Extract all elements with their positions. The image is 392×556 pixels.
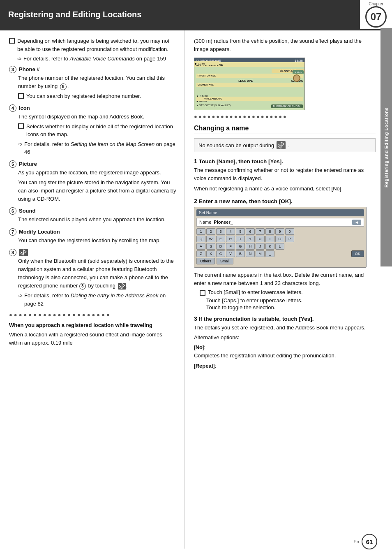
key-q[interactable]: Q [196, 236, 205, 242]
section-7-icon: 7 [9, 228, 16, 236]
key-l[interactable]: L [275, 243, 284, 250]
section-phone: 3 Phone # The phone number of the regist… [9, 66, 176, 100]
step-1-heading: Touch [Name], then touch [Yes]. [199, 158, 283, 164]
key-6[interactable]: 6 [246, 228, 255, 235]
key-s[interactable]: S [206, 243, 215, 250]
intro-checkbox-text: Depending on which language is being swi… [17, 37, 176, 53]
key-small[interactable]: Small [217, 258, 233, 264]
section-8-icon: 8 [9, 249, 16, 256]
key-u[interactable]: U [256, 236, 265, 242]
key-5[interactable]: 5 [236, 228, 245, 235]
key-c[interactable]: C [216, 250, 225, 257]
key-m[interactable]: M [256, 250, 265, 257]
no-sounds-box: No sounds can be output during . [194, 138, 376, 152]
bluetooth-icon-box [277, 141, 286, 149]
section-8-body1: Only when the Bluetooth unit (sold separ… [18, 257, 176, 290]
key-h[interactable]: H [246, 243, 255, 250]
key-2[interactable]: 2 [206, 228, 215, 235]
step-3: 3 If the pronunciation is suitable, touc… [194, 315, 376, 370]
section-3-icon: 3 [9, 66, 16, 73]
svg-line-3 [23, 252, 26, 254]
page-footer: En 61 [354, 534, 377, 549]
key-r[interactable]: R [226, 236, 235, 242]
key-x[interactable]: X [206, 250, 215, 257]
key-v[interactable]: V [226, 250, 235, 257]
section-icon: 4 Icon The symbol displayed on the map a… [9, 104, 176, 156]
key-k[interactable]: K [265, 243, 274, 250]
section-6-body: The selected sound is played when you ap… [18, 215, 176, 224]
section-6-title: Sound [19, 208, 35, 214]
key-o[interactable]: O [275, 236, 284, 242]
approach-continued: (300 m) radius from the vehicle position… [194, 37, 376, 53]
key-underscore[interactable]: _ [265, 250, 274, 257]
note-arrow-8: ➩ [18, 292, 23, 300]
section-4-icon: 4 [9, 104, 16, 112]
step-3-no-body: Completes the registration without editi… [194, 352, 376, 360]
svg-line-2 [23, 250, 26, 252]
key-g[interactable]: G [236, 243, 245, 250]
key-p[interactable]: P [285, 236, 294, 242]
checkbox-icon-small [200, 290, 205, 296]
intro-note-text: For details, refer to Available Voice Co… [23, 56, 166, 62]
key-others[interactable]: Others [196, 258, 215, 264]
step-1-number: 1 [194, 158, 197, 164]
key-a[interactable]: A [196, 243, 205, 250]
note-arrow-icon: ➩ [17, 56, 22, 62]
section-7-body: You can change the registered location b… [18, 236, 176, 245]
key-4[interactable]: 4 [226, 228, 235, 235]
section-picture: 5 Picture As you approach the location, … [9, 160, 176, 204]
section-3-body: The phone number of the registered locat… [18, 74, 176, 100]
key-j[interactable]: J [256, 243, 265, 250]
dot-separator-left: ●●●●●●●●●●●●●●●●●●●●● [9, 312, 176, 318]
key-3[interactable]: 3 [216, 228, 225, 235]
key-e[interactable]: E [216, 236, 225, 242]
section-4-note: For details, refer to Setting the Item o… [24, 140, 176, 156]
key-ok[interactable]: OK [351, 250, 364, 257]
section-5-body: As you approach the location, the regist… [18, 169, 176, 204]
note-arrow-4: ➩ [18, 140, 23, 148]
page-title: Registering and Editing Locations [0, 0, 359, 29]
approach-heading: When you approach a registered location … [9, 322, 176, 328]
keyboard-image: Set Name NamePioneer_ ◄ 1 2 3 4 5 6 7 8 … [194, 207, 367, 268]
keyboard-backspace-btn[interactable]: ◄ [352, 220, 361, 225]
key-7[interactable]: 7 [256, 228, 265, 235]
step-3-repeat: [Repeat]: [194, 362, 376, 370]
no-sounds-text: No sounds can be output during [198, 142, 274, 148]
section-sound: 6 Sound The selected sound is played whe… [9, 207, 176, 224]
section-bluetooth: 8 ‧ Only when the Bluetooth unit (sold s… [9, 249, 176, 308]
key-9[interactable]: 9 [275, 228, 284, 235]
key-b[interactable]: B [236, 250, 245, 257]
keyboard-title-bar: Set Name [196, 209, 364, 216]
key-d[interactable]: D [216, 243, 225, 250]
key-y[interactable]: Y [246, 236, 255, 242]
step-1-body1: The message confirming whether or not to… [194, 166, 376, 183]
step-3-body1: The details you set are registered, and … [194, 324, 376, 332]
step-3-no: [No]: [194, 343, 376, 352]
key-w[interactable]: W [206, 236, 215, 242]
step-2-body1: The current name appears in the text box… [194, 271, 376, 287]
checkbox-icon [9, 38, 15, 44]
svg-line-7 [122, 283, 125, 285]
section-3-title: Phone # [19, 66, 40, 72]
section-4-title: Icon [19, 105, 30, 111]
checkbox-icon-3 [18, 93, 24, 99]
step-1-body2: When not registering a name as a voice c… [194, 185, 376, 193]
step-2-cb1: Touch [Small] to enter lowercase letters… [208, 289, 303, 295]
key-t[interactable]: T [236, 236, 245, 242]
step-2: 2 Enter a new name, then touch [OK]. Set… [194, 198, 376, 310]
section-4-body: The symbol displayed on the map and Addr… [18, 113, 176, 156]
step-2-cb2-text: Touch [Caps.] to enter uppercase letters… [206, 297, 302, 303]
section-6-icon: 6 [9, 207, 16, 215]
key-f[interactable]: F [226, 243, 235, 250]
key-z[interactable]: Z [196, 250, 205, 257]
key-0[interactable]: 0 [285, 228, 294, 235]
step-3-number: 3 [194, 315, 197, 322]
key-1[interactable]: 1 [196, 228, 205, 235]
key-8[interactable]: 8 [265, 228, 274, 235]
svg-line-13 [281, 144, 284, 146]
key-n[interactable]: N [246, 250, 255, 257]
section-7-title: Modify Location [19, 229, 60, 235]
intro-note: ➩ For details, refer to Available Voice … [17, 56, 176, 62]
keyboard-name-field: NamePioneer_ ◄ [196, 218, 364, 227]
key-i[interactable]: I [265, 236, 274, 242]
